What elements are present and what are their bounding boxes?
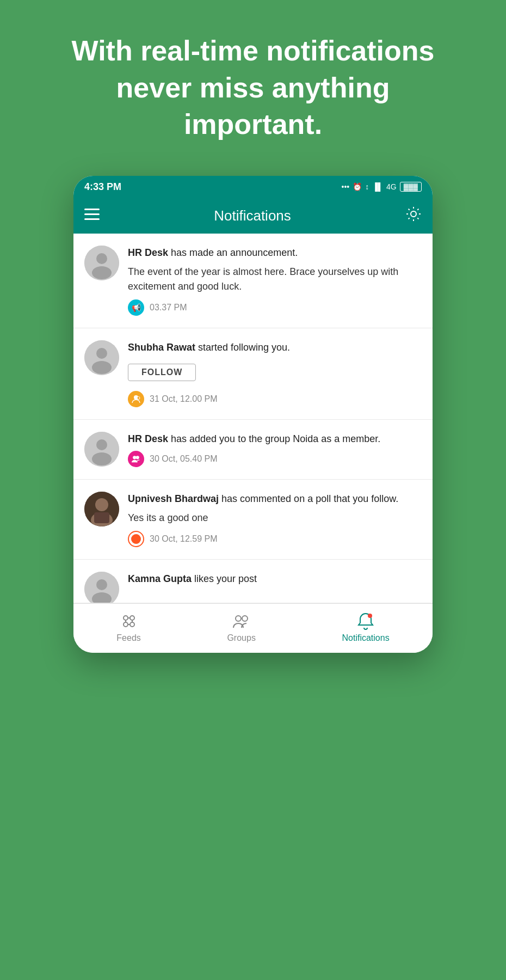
action-text: has added you to the group Noida as a me… (168, 433, 380, 444)
svg-point-8 (96, 348, 107, 359)
avatar (84, 492, 119, 526)
svg-point-14 (96, 439, 107, 450)
meta-icon (128, 531, 144, 547)
status-bar: 4:33 PM ••• ⏰ ↕ ▐▌ 4G ▓▓▓ (73, 176, 433, 198)
notifications-list: HR Desk has made an announcement. The ev… (73, 234, 433, 603)
hero-section: With real-time notifications never miss … (0, 0, 506, 165)
svg-point-9 (92, 361, 112, 374)
status-4g-label: 4G (386, 182, 397, 191)
avatar (84, 246, 119, 280)
notification-item: Shubha Rawat started following you. FOLL… (73, 328, 433, 420)
hamburger-icon[interactable] (84, 207, 100, 224)
notification-meta: 30 Oct, 12.59 PM (128, 531, 422, 547)
status-signal-icon: ↕ (365, 182, 369, 191)
notification-content: Kamna Gupta likes your post (128, 572, 422, 597)
sender-name: Upnivesh Bhardwaj (128, 493, 219, 504)
avatar (84, 432, 119, 467)
notification-body: The event of the year is almost here. Br… (128, 265, 422, 294)
notification-text: Upnivesh Bhardwaj has commented on a pol… (128, 492, 422, 506)
status-bars-icon: ▐▌ (372, 182, 383, 191)
svg-point-25 (124, 616, 128, 620)
svg-point-33 (236, 616, 241, 621)
nav-item-notifications[interactable]: Notifications (342, 611, 390, 643)
phone-frame: 4:33 PM ••• ⏰ ↕ ▐▌ 4G ▓▓▓ Notifications (73, 176, 433, 653)
notification-text: Kamna Gupta likes your post (128, 572, 422, 586)
svg-rect-1 (84, 213, 100, 215)
svg-point-17 (136, 456, 139, 459)
sender-name: HR Desk (128, 433, 168, 444)
meta-icon (128, 451, 144, 467)
notification-text: HR Desk has made an announcement. (128, 246, 422, 260)
status-time: 4:33 PM (84, 181, 121, 193)
notification-item: HR Desk has made an announcement. The ev… (73, 234, 433, 328)
svg-rect-2 (84, 218, 100, 220)
action-text: has made an announcement. (168, 247, 298, 258)
svg-rect-21 (94, 512, 109, 523)
svg-point-19 (95, 498, 108, 511)
app-bar-title: Notifications (214, 207, 291, 224)
meta-time: 03.37 PM (150, 303, 187, 313)
notification-item: Upnivesh Bhardwaj has commented on a pol… (73, 480, 433, 560)
avatar (84, 340, 119, 375)
status-alarm-icon: ⏰ (353, 182, 362, 191)
action-text: likes your post (192, 573, 257, 584)
nav-label-groups: Groups (227, 633, 255, 643)
svg-point-16 (133, 456, 136, 459)
svg-point-6 (92, 266, 112, 279)
avatar (84, 572, 119, 603)
meta-time: 30 Oct, 12.59 PM (150, 534, 218, 544)
nav-item-feeds[interactable]: Feeds (116, 611, 140, 643)
notification-meta: 📢 03.37 PM (128, 299, 422, 316)
svg-point-27 (124, 622, 128, 627)
notification-content: HR Desk has made an announcement. The ev… (128, 246, 422, 316)
meta-icon: + (128, 391, 144, 407)
status-dots: ••• (342, 182, 350, 191)
nav-item-groups[interactable]: Groups (227, 611, 255, 643)
svg-point-34 (242, 616, 248, 621)
notification-text: HR Desk has added you to the group Noida… (128, 432, 422, 446)
notification-item: HR Desk has added you to the group Noida… (73, 420, 433, 480)
hero-title: With real-time notifications never miss … (44, 33, 462, 143)
meta-time: 31 Oct, 12.00 PM (150, 394, 218, 404)
svg-point-26 (130, 616, 134, 620)
bottom-nav: Feeds Groups Notifications (73, 603, 433, 653)
notification-item-partial: Kamna Gupta likes your post (73, 560, 433, 603)
nav-label-notifications: Notifications (342, 633, 390, 643)
notification-meta: + 31 Oct, 12.00 PM (128, 391, 422, 407)
notification-content: HR Desk has added you to the group Noida… (128, 432, 422, 467)
sender-name: Shubha Rawat (128, 342, 195, 353)
svg-point-5 (96, 253, 107, 264)
svg-point-15 (92, 452, 112, 465)
sender-name: HR Desk (128, 247, 168, 258)
svg-point-35 (368, 614, 372, 618)
meta-icon: 📢 (128, 299, 144, 316)
svg-point-28 (130, 622, 134, 627)
follow-button[interactable]: FOLLOW (128, 364, 196, 381)
nav-label-feeds: Feeds (116, 633, 140, 643)
app-bar: Notifications (73, 198, 433, 234)
notification-meta: 30 Oct, 05.40 PM (128, 451, 422, 467)
phone-wrapper: 4:33 PM ••• ⏰ ↕ ▐▌ 4G ▓▓▓ Notifications (0, 176, 506, 653)
meta-time: 30 Oct, 05.40 PM (150, 454, 218, 464)
status-icons: ••• ⏰ ↕ ▐▌ 4G ▓▓▓ (342, 182, 422, 192)
notification-content: Shubha Rawat started following you. FOLL… (128, 340, 422, 407)
notification-text: Shubha Rawat started following you. (128, 340, 422, 355)
status-battery-icon: ▓▓▓ (400, 182, 422, 192)
sender-name: Kamna Gupta (128, 573, 192, 584)
svg-point-3 (411, 211, 416, 217)
settings-icon[interactable] (405, 206, 422, 226)
action-text: has commented on a poll that you follow. (219, 493, 398, 504)
notification-content: Upnivesh Bhardwaj has commented on a pol… (128, 492, 422, 547)
notification-body: Yes its a good one (128, 511, 422, 525)
svg-point-23 (96, 579, 107, 590)
svg-rect-0 (84, 209, 100, 210)
action-text: started following you. (195, 342, 290, 353)
